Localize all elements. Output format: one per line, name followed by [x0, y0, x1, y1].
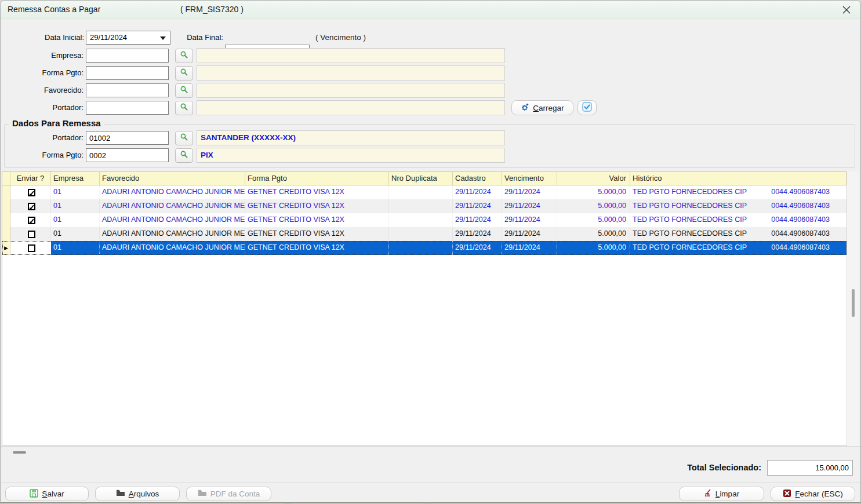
payments-grid: Enviar ?EmpresaFavorecidoForma PgtoNro D…: [2, 171, 847, 446]
data-inicial-value: 29/11/2024: [90, 33, 127, 42]
historico-text: TED PGTO FORNECEDORES CIP: [633, 199, 747, 213]
salvar-label: Salvar: [42, 490, 64, 498]
table-row[interactable]: 01ADAURI ANTONIO CAMACHO JUNIOR MEGETNET…: [2, 227, 847, 241]
column-header-enviar: Enviar ?: [10, 172, 51, 185]
empresa-input[interactable]: [86, 49, 169, 63]
column-header-cadastro: Cadastro: [453, 172, 502, 185]
scrollbar-thumb[interactable]: [852, 289, 855, 317]
cell-favorecido: ADAURI ANTONIO CAMACHO JUNIOR ME: [100, 185, 245, 199]
checkbox-checked-icon: [582, 102, 592, 114]
limpar-label: Limpar: [715, 490, 739, 498]
carregar-button[interactable]: Carregar: [511, 100, 573, 115]
salvar-button[interactable]: Salvar: [5, 487, 89, 501]
portador-description-field: [197, 100, 505, 115]
cell-valor: 5.000,00: [557, 227, 630, 241]
grid-header-row: Enviar ?EmpresaFavorecidoForma PgtoNro D…: [2, 172, 847, 185]
cell-enviar: [10, 199, 51, 213]
data-inicial-combobox[interactable]: 29/11/2024: [86, 31, 170, 45]
historico-reference: 0044.4906087403: [771, 227, 846, 241]
row-indicator: [2, 213, 10, 227]
enviar-checkbox[interactable]: [28, 231, 35, 238]
enviar-checkbox[interactable]: [28, 244, 35, 252]
cell-historico: TED PGTO FORNECEDORES CIP0044.4906087403: [630, 227, 847, 241]
dados-remessa-title: Dados Para Remessa: [9, 118, 104, 128]
table-row[interactable]: 01ADAURI ANTONIO CAMACHO JUNIOR MEGETNET…: [2, 199, 847, 213]
arquivos-button[interactable]: Arquivos: [95, 487, 180, 501]
forma-pgto-search-button[interactable]: [175, 66, 193, 81]
broom-icon: [704, 489, 712, 499]
cell-valor: 5.000,00: [557, 241, 630, 255]
cell-cadastro: 29/11/2024: [453, 185, 502, 199]
chevron-down-icon[interactable]: [160, 36, 166, 40]
save-floppy-icon: [30, 489, 38, 499]
cell-favorecido: ADAURI ANTONIO CAMACHO JUNIOR ME: [100, 241, 245, 255]
row-indicator: [2, 199, 10, 213]
table-row[interactable]: 01ADAURI ANTONIO CAMACHO JUNIOR MEGETNET…: [2, 185, 847, 199]
historico-text: TED PGTO FORNECEDORES CIP: [633, 185, 747, 199]
current-row-arrow-icon: ▶: [2, 241, 10, 255]
cell-nro_duplicata: [389, 185, 453, 199]
cell-cadastro: 29/11/2024: [453, 227, 502, 241]
table-row[interactable]: ▶01ADAURI ANTONIO CAMACHO JUNIOR MEGETNE…: [2, 241, 847, 255]
vertical-scrollbar[interactable]: [847, 171, 859, 446]
search-icon: [180, 68, 188, 79]
cell-historico: TED PGTO FORNECEDORES CIP0044.4906087403: [630, 213, 847, 227]
historico-reference: 0044.4906087403: [771, 199, 846, 213]
cell-enviar: [10, 227, 51, 241]
cell-empresa: 01: [51, 213, 100, 227]
enviar-checkbox[interactable]: [28, 203, 35, 210]
remessa-forma-pgto-search-button[interactable]: [175, 148, 193, 163]
remessa-portador-input[interactable]: [86, 131, 169, 145]
cell-forma_pgto: GETNET CREDITO VISA 12X: [245, 227, 389, 241]
favorecido-input[interactable]: [86, 83, 169, 97]
cell-favorecido: ADAURI ANTONIO CAMACHO JUNIOR ME: [100, 227, 245, 241]
select-all-button[interactable]: [577, 100, 597, 115]
portador-search-button[interactable]: [175, 101, 193, 115]
table-row[interactable]: 01ADAURI ANTONIO CAMACHO JUNIOR MEGETNET…: [2, 213, 847, 227]
title-bar[interactable]: Remessa Contas a Pagar ( FRM_SIS7320 ): [1, 1, 860, 19]
enviar-checkbox[interactable]: [28, 189, 35, 196]
pdf-da-conta-button[interactable]: PDF da Conta: [186, 487, 271, 501]
cell-forma_pgto: GETNET CREDITO VISA 12X: [245, 199, 389, 213]
forma-pgto-input[interactable]: [86, 66, 169, 80]
arquivos-label: Arquivos: [129, 490, 159, 498]
historico-text: TED PGTO FORNECEDORES CIP: [633, 241, 747, 255]
search-icon: [180, 103, 188, 114]
vencimento-note: ( Vencimento ): [315, 31, 366, 45]
cell-nro_duplicata: [389, 241, 453, 255]
favorecido-search-button[interactable]: [175, 83, 193, 98]
historico-text: TED PGTO FORNECEDORES CIP: [633, 213, 747, 227]
search-icon: [180, 85, 188, 96]
column-header-valor: Valor: [557, 172, 630, 185]
portador-input[interactable]: [86, 101, 169, 115]
close-icon[interactable]: [842, 5, 851, 14]
search-icon: [180, 150, 188, 161]
splitter-handle[interactable]: [13, 451, 26, 454]
fechar-button[interactable]: Fechar (ESC): [771, 487, 855, 501]
close-x-icon: [783, 489, 791, 499]
column-header-favorecido: Favorecido: [100, 172, 245, 185]
cell-vencimento: 29/11/2024: [502, 185, 557, 199]
remessa-portador-search-button[interactable]: [175, 131, 193, 145]
window-title: Remessa Contas a Pagar: [8, 5, 100, 14]
cell-historico: TED PGTO FORNECEDORES CIP0044.4906087403: [630, 241, 847, 255]
cell-empresa: 01: [51, 185, 100, 199]
remessa-portador-name-field: SANTANDER (XXXXX-XX): [197, 130, 505, 145]
enviar-checkbox[interactable]: [28, 217, 35, 224]
cell-enviar: [10, 241, 51, 255]
pdf-da-conta-label: PDF da Conta: [210, 490, 260, 498]
window-form-id: ( FRM_SIS7320 ): [180, 5, 244, 14]
limpar-button[interactable]: Limpar: [679, 487, 764, 501]
cell-forma_pgto: GETNET CREDITO VISA 12X: [245, 185, 389, 199]
empresa-label: Empresa:: [12, 49, 83, 63]
gear-icon: [521, 103, 529, 114]
fechar-label: Fechar (ESC): [795, 490, 843, 498]
remessa-forma-pgto-input[interactable]: [86, 148, 169, 162]
cell-cadastro: 29/11/2024: [453, 199, 502, 213]
column-header-empresa: Empresa: [51, 172, 100, 185]
column-header-nro_duplicata: Nro Duplicata: [389, 172, 453, 185]
cell-forma_pgto: GETNET CREDITO VISA 12X: [245, 241, 389, 255]
row-indicator: [2, 227, 10, 241]
empresa-search-button[interactable]: [175, 49, 193, 63]
data-final-label: Data Final:: [175, 31, 223, 45]
